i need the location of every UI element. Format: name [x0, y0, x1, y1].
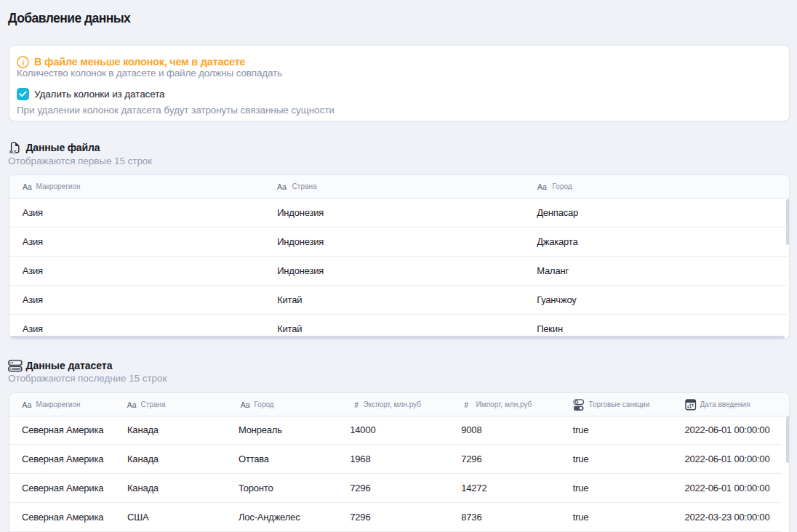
svg-text:XLS: XLS [9, 150, 17, 154]
svg-text:i: i [22, 58, 25, 67]
